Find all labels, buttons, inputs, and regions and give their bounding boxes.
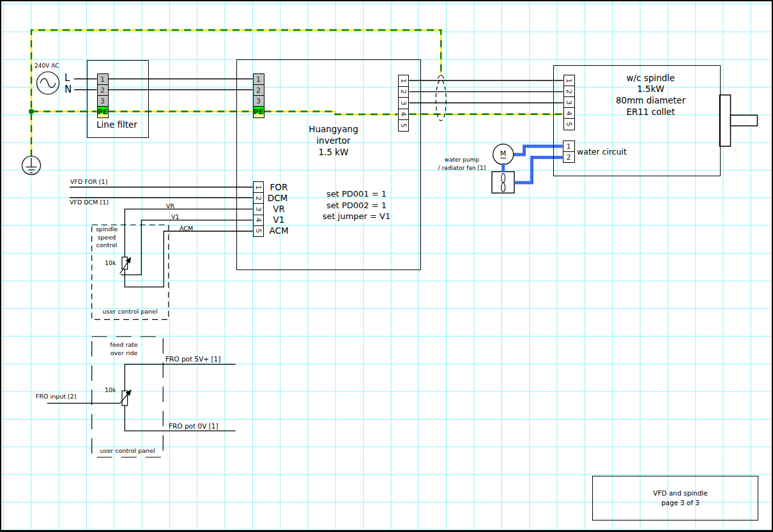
pe-junction-dot (29, 109, 34, 114)
v1-wire-label: V1 (171, 213, 180, 220)
terminal: 5 (564, 118, 574, 129)
terminal-number: 1 (565, 79, 573, 83)
terminal-number: 4 (254, 218, 263, 222)
terminal: 1 (399, 75, 409, 86)
inverter-name-3: 1.5 kW (276, 146, 391, 158)
terminal-number: 4 (565, 111, 573, 116)
terminal: 2 (563, 151, 574, 162)
terminal: 2 (254, 84, 264, 95)
terminal-number: 5 (254, 229, 263, 233)
ac-source-icon (37, 72, 59, 95)
terminal-number: 2 (399, 89, 408, 94)
inverter-settings: set PD001 = 1 set PD002 = 1 set jumper =… (299, 188, 414, 222)
fro-0v-label: FRO pot 0V [1] (169, 422, 218, 430)
water-circuit-terminals: 1 2 (563, 141, 575, 163)
terminal-number: 2 (565, 89, 573, 94)
fro-pot-icon (120, 390, 131, 406)
fro-title-1: feed rate (92, 340, 156, 349)
fan-icon (492, 172, 514, 194)
shield-hook-icon (438, 75, 445, 79)
terminal: 1 (254, 182, 264, 192)
vfd-dcm-label: VFD DCM [1] (70, 199, 109, 206)
voltage-label: 240V AC (34, 63, 59, 69)
setting-jumper: set jumper = V1 (299, 211, 414, 222)
speed-control-title: spindle speed control (93, 225, 121, 250)
control-label-v1: V1 (264, 215, 294, 225)
spindle-title: w/c spindle 1.5kW 80mm diameter ER11 col… (608, 73, 693, 118)
terminal: 2 (564, 86, 574, 96)
terminal: 4 (254, 215, 264, 225)
terminal: 3 (399, 97, 409, 109)
speed-control-title-3: control (93, 241, 121, 250)
terminal: 3 (254, 95, 264, 106)
speed-control-title-2: speed (93, 234, 121, 242)
control-label-vr: VR (264, 204, 294, 214)
terminal: 2 (98, 84, 108, 95)
speed-pot-icon (120, 257, 131, 275)
fro-5v-label: FRO pot 5V+ [1] (165, 355, 220, 363)
terminal: 1 (563, 141, 574, 151)
spindle-title-1: w/c spindle (608, 73, 693, 84)
inverter-output-terminals: 1 2 3 4 5 (398, 75, 409, 132)
setting-pd001: set PD001 = 1 (299, 188, 414, 200)
terminal-number: 5 (565, 122, 573, 126)
terminal-number: 5 (399, 123, 408, 128)
control-label-dcm: DCM (263, 193, 293, 203)
fro-panel-label: user control panel (91, 447, 164, 454)
terminal-number: 3 (254, 207, 263, 211)
cable-shield-ellipse (436, 80, 446, 121)
pe-terminal: PE (98, 106, 108, 117)
vr-wire-label: VR (166, 202, 174, 209)
vfd-for-label: VFD FOR [1] (70, 178, 107, 185)
terminal: 4 (399, 109, 409, 120)
terminal: 3 (564, 96, 574, 107)
speed-control-title-1: spindle (93, 225, 121, 234)
motor-phase-wires (409, 80, 563, 103)
terminal: 1 (254, 74, 264, 84)
terminal: 1 (564, 75, 574, 86)
fro-title-2: over ride (92, 349, 156, 358)
water-circuit-label: water circuit (577, 147, 627, 156)
line-filter-title: Line filter (87, 119, 147, 130)
spindle-title-4: ER11 collet (608, 107, 693, 118)
schematic-canvas: 1 2 3 PE 1 2 3 PE 1 2 3 4 5 1 2 3 4 5 1 … (0, 0, 773, 532)
line-label: L (65, 72, 70, 84)
inverter-input-terminals: 1 2 3 PE (253, 73, 264, 118)
terminal: 3 (98, 95, 108, 106)
setting-pd002: set PD002 = 1 (299, 200, 414, 211)
terminal: 2 (254, 192, 264, 203)
inverter-name-2: invertor (276, 135, 391, 146)
pump-label-2: / radiator fan [1] (433, 164, 491, 173)
line-filter-terminals: 1 2 3 PE (97, 73, 109, 118)
terminal-number: 3 (565, 100, 573, 105)
terminal: 5 (254, 225, 264, 236)
spindle-shaft-icon (720, 95, 758, 146)
speed-panel-label: user control panel (91, 308, 169, 315)
terminal-number: 4 (399, 112, 408, 116)
title-block-line-2: page 3 of 3 (605, 498, 756, 508)
spindle-title-3: 80mm diameter (608, 95, 693, 107)
motor-m: M (500, 149, 507, 158)
title-block-line-1: VFD and spindle (605, 489, 756, 498)
motor-letter: M (498, 149, 509, 158)
speed-pot-value: 10k (105, 259, 116, 266)
title-block-text: VFD and spindle page 3 of 3 (605, 489, 756, 508)
control-label-for: FOR (264, 182, 294, 192)
terminal: 1 (98, 74, 108, 84)
inverter-title: Huangyang invertor 1.5 kW (276, 123, 391, 158)
acm-wire-label: ACM (180, 225, 193, 232)
earth-ground-icon (22, 156, 41, 175)
terminal: 5 (399, 119, 409, 131)
pump-label: water pump / radiator fan [1] (433, 156, 491, 173)
fro-input-label: FRO input [2] (36, 393, 76, 400)
spindle-input-terminals: 1 2 3 4 5 (563, 75, 575, 130)
neutral-label: N (65, 84, 72, 95)
terminal-number: 3 (399, 101, 408, 105)
pe-terminal: PE (254, 106, 264, 117)
terminal: 3 (254, 203, 264, 214)
terminal: 4 (564, 107, 574, 118)
terminal-number: 1 (399, 79, 408, 83)
fro-title: feed rate over ride (92, 340, 156, 358)
terminal-number: 1 (254, 185, 263, 190)
inverter-name-1: Huangyang (276, 123, 391, 135)
